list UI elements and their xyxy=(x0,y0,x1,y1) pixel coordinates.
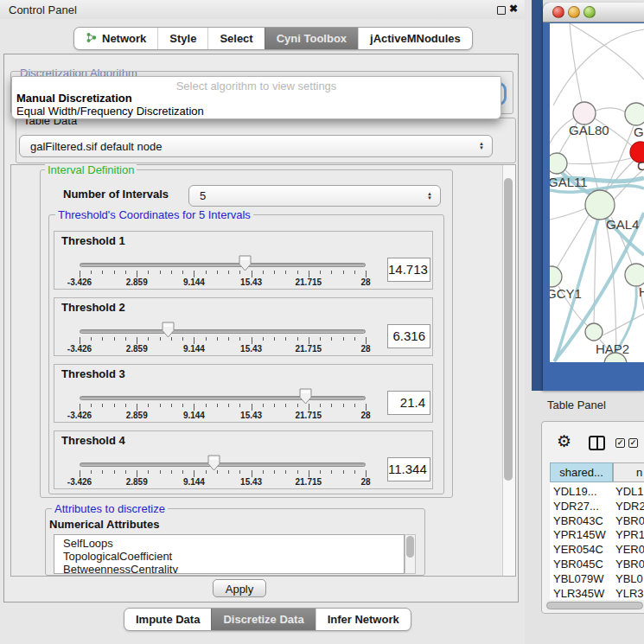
tab-infer-network[interactable]: Infer Network xyxy=(316,609,411,630)
table-cell[interactable]: YBR0 xyxy=(615,514,644,527)
tab-select[interactable]: Select xyxy=(207,28,264,49)
tab-cyni-toolbox[interactable]: Cyni Toolbox xyxy=(265,28,358,49)
slider-tick-mark xyxy=(217,404,218,407)
network-canvas[interactable]: GAL80G.CGAL11GAL4GCY1HHAP2 xyxy=(550,23,644,362)
attributes-list-scrollbar-thumb[interactable] xyxy=(406,536,414,558)
horizontal-scrollbar-thumb[interactable] xyxy=(546,602,643,609)
close-icon[interactable]: ✖ xyxy=(509,3,518,15)
network-node-gcy1[interactable] xyxy=(550,266,562,287)
split-columns-icon[interactable] xyxy=(589,436,605,450)
slider-tick-mark xyxy=(297,337,298,341)
table-cell[interactable]: YDL19... xyxy=(553,485,597,498)
slider-tick-mark xyxy=(309,271,309,277)
slider-track[interactable] xyxy=(80,263,366,267)
network-edge xyxy=(570,23,582,102)
network-node-label: GAL4 xyxy=(606,217,639,232)
slider-tick-label: -3.426 xyxy=(61,277,99,287)
slider-track[interactable] xyxy=(80,329,366,334)
table-cell[interactable]: YBR0 xyxy=(615,558,644,571)
tab-jactivemnodules[interactable]: jActiveMNodules xyxy=(358,28,472,49)
apply-button[interactable]: Apply xyxy=(213,579,266,597)
close-traffic-light[interactable] xyxy=(552,6,564,18)
table-cell[interactable]: YBL0 xyxy=(615,572,643,585)
table-column-header-shared-name[interactable]: shared... xyxy=(550,462,613,482)
slider-tick-mark xyxy=(148,337,149,341)
slider-track[interactable] xyxy=(80,462,366,467)
table-cell[interactable]: YDR27... xyxy=(553,500,599,513)
table-cell[interactable]: YLR345W xyxy=(553,587,604,600)
screenshot-root: Control Panel ✖ NetworkStyleSelectCyni T… xyxy=(0,0,644,644)
table-cell[interactable]: YPR1 xyxy=(615,528,644,541)
attribute-list-item[interactable]: BetweennessCentrality xyxy=(63,563,178,574)
tab-label: jActiveMNodules xyxy=(370,32,461,45)
slider-tick-mark xyxy=(206,470,207,474)
network-view-window: GAL80G.CGAL11GAL4GCY1HHAP2 xyxy=(543,3,644,391)
network-node-hap2[interactable] xyxy=(585,323,603,341)
slider-tick-label: 9.144 xyxy=(175,344,213,354)
table-cell[interactable]: YDL1 xyxy=(615,485,644,498)
table-cell[interactable]: YPR145W xyxy=(553,528,606,541)
tab-impute-data[interactable]: Impute Data xyxy=(124,609,211,630)
table-cell[interactable]: YBL079W xyxy=(553,572,604,585)
slider-tick-mark xyxy=(80,404,80,411)
table-cell[interactable]: YER0 xyxy=(615,543,644,556)
settings-gear-icon[interactable]: ⚙ xyxy=(557,431,571,451)
control-panel-title: Control Panel xyxy=(9,3,77,16)
threshold-value-field[interactable]: 14.713 xyxy=(387,258,430,282)
menu-item-manual-discretization[interactable]: Manual Discretization xyxy=(16,92,132,105)
attribute-list-item[interactable]: TopologicalCoefficient xyxy=(63,550,172,563)
slider-thumb[interactable] xyxy=(162,322,175,338)
tab-discretize-data[interactable]: Discretize Data xyxy=(211,609,315,630)
network-node-gal80[interactable] xyxy=(573,102,596,124)
float-window-icon[interactable] xyxy=(497,6,506,15)
slider-tick-mark xyxy=(285,470,286,474)
slider-thumb[interactable] xyxy=(207,455,220,471)
checkbox-icon[interactable]: ✓ xyxy=(628,438,638,448)
slider-tick-mark xyxy=(354,404,355,407)
slider-tick-mark xyxy=(206,337,207,341)
tab-style[interactable]: Style xyxy=(157,28,207,49)
slider-tick-label: 15.43 xyxy=(233,411,271,420)
slider-tick-mark xyxy=(182,404,183,407)
table-panel-title: Table Panel xyxy=(547,399,606,411)
menu-item-equal-width-frequency-discretization[interactable]: Equal Width/Frequency Discretization xyxy=(16,105,204,118)
table-cell[interactable]: YBR043C xyxy=(553,514,603,527)
threshold-value-field[interactable]: 11.344 xyxy=(387,457,430,481)
table-data-combobox[interactable]: galFiltered.sif default node ▲▼ xyxy=(19,135,493,157)
slider-thumb[interactable] xyxy=(299,388,312,405)
table-cell[interactable]: YBR045C xyxy=(553,558,603,571)
tab-label: Select xyxy=(220,32,252,45)
zoom-traffic-light[interactable] xyxy=(583,6,596,18)
slider-track[interactable] xyxy=(80,396,366,400)
attribute-list-item[interactable]: SelfLoops xyxy=(63,537,113,550)
table-cell[interactable]: YLR3 xyxy=(615,587,644,600)
tab-label: Cyni Toolbox xyxy=(277,32,347,45)
slider-tick-mark xyxy=(343,470,344,474)
slider-tick-mark xyxy=(125,271,126,274)
threshold-value-field[interactable]: 21.4 xyxy=(387,391,430,415)
table-column-header-name[interactable]: n xyxy=(613,462,644,482)
table-cell[interactable]: YDR2 xyxy=(615,500,644,513)
threshold-value-field[interactable]: 6.316 xyxy=(387,324,430,348)
slider-thumb[interactable] xyxy=(239,255,252,271)
minimize-traffic-light[interactable] xyxy=(568,6,580,18)
tab-network[interactable]: Network xyxy=(74,28,157,49)
slider-tick-mark xyxy=(114,271,115,274)
slider-tick-mark xyxy=(331,404,332,407)
slider-tick-label: 15.43 xyxy=(233,477,271,487)
table-cell[interactable]: YER054C xyxy=(553,543,603,556)
number-of-intervals-combobox[interactable]: 5 ▲▼ xyxy=(188,185,441,207)
numerical-attributes-list[interactable]: SelfLoopsTopologicalCoefficientBetweenne… xyxy=(54,534,405,574)
network-node-gal4[interactable] xyxy=(585,190,615,220)
split-columns-bar xyxy=(596,437,598,449)
slider-tick-mark xyxy=(206,404,207,407)
network-node-gal11[interactable] xyxy=(550,153,567,174)
slider-tick-mark xyxy=(309,404,309,411)
attributes-group-label: Attributes to discretize xyxy=(52,502,168,515)
checkbox-icon[interactable]: ✓ xyxy=(615,438,625,448)
network-node-g[interactable] xyxy=(625,103,644,125)
network-icon xyxy=(86,32,97,46)
network-node-h[interactable] xyxy=(625,264,644,286)
vertical-scrollbar-thumb[interactable] xyxy=(504,178,513,481)
tab-label: Infer Network xyxy=(328,613,399,626)
